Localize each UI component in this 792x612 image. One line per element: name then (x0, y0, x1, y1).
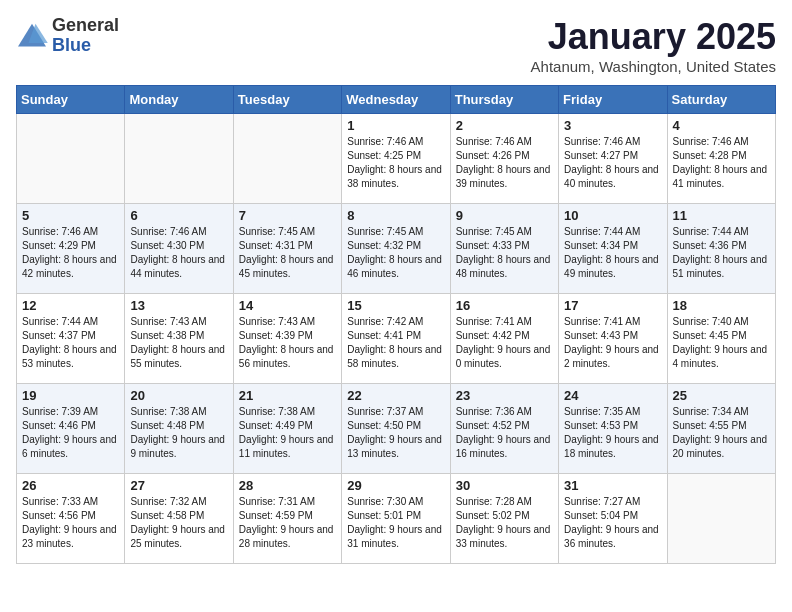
day-info: Sunrise: 7:36 AM Sunset: 4:52 PM Dayligh… (456, 405, 553, 461)
calendar-cell: 23Sunrise: 7:36 AM Sunset: 4:52 PM Dayli… (450, 384, 558, 474)
day-number: 21 (239, 388, 336, 403)
day-info: Sunrise: 7:46 AM Sunset: 4:25 PM Dayligh… (347, 135, 444, 191)
logo: General Blue (16, 16, 119, 56)
title-block: January 2025 Ahtanum, Washington, United… (531, 16, 776, 75)
day-info: Sunrise: 7:41 AM Sunset: 4:42 PM Dayligh… (456, 315, 553, 371)
day-info: Sunrise: 7:46 AM Sunset: 4:27 PM Dayligh… (564, 135, 661, 191)
calendar-cell: 30Sunrise: 7:28 AM Sunset: 5:02 PM Dayli… (450, 474, 558, 564)
day-info: Sunrise: 7:38 AM Sunset: 4:48 PM Dayligh… (130, 405, 227, 461)
day-info: Sunrise: 7:35 AM Sunset: 4:53 PM Dayligh… (564, 405, 661, 461)
day-number: 11 (673, 208, 770, 223)
calendar-cell: 14Sunrise: 7:43 AM Sunset: 4:39 PM Dayli… (233, 294, 341, 384)
calendar-cell: 11Sunrise: 7:44 AM Sunset: 4:36 PM Dayli… (667, 204, 775, 294)
calendar-cell (125, 114, 233, 204)
calendar-cell: 20Sunrise: 7:38 AM Sunset: 4:48 PM Dayli… (125, 384, 233, 474)
calendar-cell: 21Sunrise: 7:38 AM Sunset: 4:49 PM Dayli… (233, 384, 341, 474)
day-info: Sunrise: 7:41 AM Sunset: 4:43 PM Dayligh… (564, 315, 661, 371)
day-number: 5 (22, 208, 119, 223)
calendar-cell: 15Sunrise: 7:42 AM Sunset: 4:41 PM Dayli… (342, 294, 450, 384)
day-info: Sunrise: 7:37 AM Sunset: 4:50 PM Dayligh… (347, 405, 444, 461)
weekday-header-saturday: Saturday (667, 86, 775, 114)
calendar-cell: 8Sunrise: 7:45 AM Sunset: 4:32 PM Daylig… (342, 204, 450, 294)
day-number: 6 (130, 208, 227, 223)
logo-blue-text: Blue (52, 36, 119, 56)
calendar-cell: 31Sunrise: 7:27 AM Sunset: 5:04 PM Dayli… (559, 474, 667, 564)
calendar-cell: 29Sunrise: 7:30 AM Sunset: 5:01 PM Dayli… (342, 474, 450, 564)
day-number: 12 (22, 298, 119, 313)
calendar-cell: 28Sunrise: 7:31 AM Sunset: 4:59 PM Dayli… (233, 474, 341, 564)
day-info: Sunrise: 7:28 AM Sunset: 5:02 PM Dayligh… (456, 495, 553, 551)
calendar-cell (17, 114, 125, 204)
day-info: Sunrise: 7:45 AM Sunset: 4:32 PM Dayligh… (347, 225, 444, 281)
day-number: 15 (347, 298, 444, 313)
calendar-cell: 5Sunrise: 7:46 AM Sunset: 4:29 PM Daylig… (17, 204, 125, 294)
day-number: 17 (564, 298, 661, 313)
logo-icon (16, 22, 48, 50)
weekday-header-thursday: Thursday (450, 86, 558, 114)
calendar-table: SundayMondayTuesdayWednesdayThursdayFrid… (16, 85, 776, 564)
weekday-header-monday: Monday (125, 86, 233, 114)
logo-general: General (52, 16, 119, 36)
day-number: 13 (130, 298, 227, 313)
day-number: 19 (22, 388, 119, 403)
calendar-cell (233, 114, 341, 204)
day-info: Sunrise: 7:45 AM Sunset: 4:33 PM Dayligh… (456, 225, 553, 281)
calendar-cell: 1Sunrise: 7:46 AM Sunset: 4:25 PM Daylig… (342, 114, 450, 204)
day-number: 20 (130, 388, 227, 403)
day-info: Sunrise: 7:44 AM Sunset: 4:34 PM Dayligh… (564, 225, 661, 281)
calendar-cell: 13Sunrise: 7:43 AM Sunset: 4:38 PM Dayli… (125, 294, 233, 384)
calendar-week-row: 1Sunrise: 7:46 AM Sunset: 4:25 PM Daylig… (17, 114, 776, 204)
calendar-cell: 6Sunrise: 7:46 AM Sunset: 4:30 PM Daylig… (125, 204, 233, 294)
calendar-cell: 4Sunrise: 7:46 AM Sunset: 4:28 PM Daylig… (667, 114, 775, 204)
day-number: 3 (564, 118, 661, 133)
weekday-header-wednesday: Wednesday (342, 86, 450, 114)
day-info: Sunrise: 7:33 AM Sunset: 4:56 PM Dayligh… (22, 495, 119, 551)
day-info: Sunrise: 7:46 AM Sunset: 4:29 PM Dayligh… (22, 225, 119, 281)
calendar-cell: 19Sunrise: 7:39 AM Sunset: 4:46 PM Dayli… (17, 384, 125, 474)
day-info: Sunrise: 7:30 AM Sunset: 5:01 PM Dayligh… (347, 495, 444, 551)
day-number: 1 (347, 118, 444, 133)
day-number: 8 (347, 208, 444, 223)
day-number: 16 (456, 298, 553, 313)
calendar-week-row: 12Sunrise: 7:44 AM Sunset: 4:37 PM Dayli… (17, 294, 776, 384)
calendar-cell: 24Sunrise: 7:35 AM Sunset: 4:53 PM Dayli… (559, 384, 667, 474)
calendar-cell: 7Sunrise: 7:45 AM Sunset: 4:31 PM Daylig… (233, 204, 341, 294)
calendar-cell: 3Sunrise: 7:46 AM Sunset: 4:27 PM Daylig… (559, 114, 667, 204)
weekday-header-row: SundayMondayTuesdayWednesdayThursdayFrid… (17, 86, 776, 114)
day-info: Sunrise: 7:27 AM Sunset: 5:04 PM Dayligh… (564, 495, 661, 551)
day-info: Sunrise: 7:44 AM Sunset: 4:37 PM Dayligh… (22, 315, 119, 371)
calendar-cell: 17Sunrise: 7:41 AM Sunset: 4:43 PM Dayli… (559, 294, 667, 384)
day-info: Sunrise: 7:46 AM Sunset: 4:26 PM Dayligh… (456, 135, 553, 191)
weekday-header-tuesday: Tuesday (233, 86, 341, 114)
day-number: 26 (22, 478, 119, 493)
day-info: Sunrise: 7:31 AM Sunset: 4:59 PM Dayligh… (239, 495, 336, 551)
calendar-week-row: 5Sunrise: 7:46 AM Sunset: 4:29 PM Daylig… (17, 204, 776, 294)
day-info: Sunrise: 7:40 AM Sunset: 4:45 PM Dayligh… (673, 315, 770, 371)
calendar-cell: 22Sunrise: 7:37 AM Sunset: 4:50 PM Dayli… (342, 384, 450, 474)
calendar-cell: 9Sunrise: 7:45 AM Sunset: 4:33 PM Daylig… (450, 204, 558, 294)
calendar-week-row: 26Sunrise: 7:33 AM Sunset: 4:56 PM Dayli… (17, 474, 776, 564)
day-info: Sunrise: 7:38 AM Sunset: 4:49 PM Dayligh… (239, 405, 336, 461)
day-number: 10 (564, 208, 661, 223)
calendar-cell: 27Sunrise: 7:32 AM Sunset: 4:58 PM Dayli… (125, 474, 233, 564)
day-info: Sunrise: 7:39 AM Sunset: 4:46 PM Dayligh… (22, 405, 119, 461)
day-number: 9 (456, 208, 553, 223)
day-number: 24 (564, 388, 661, 403)
day-number: 30 (456, 478, 553, 493)
day-info: Sunrise: 7:44 AM Sunset: 4:36 PM Dayligh… (673, 225, 770, 281)
day-number: 25 (673, 388, 770, 403)
calendar-cell: 2Sunrise: 7:46 AM Sunset: 4:26 PM Daylig… (450, 114, 558, 204)
calendar-cell: 12Sunrise: 7:44 AM Sunset: 4:37 PM Dayli… (17, 294, 125, 384)
location-subtitle: Ahtanum, Washington, United States (531, 58, 776, 75)
day-info: Sunrise: 7:46 AM Sunset: 4:30 PM Dayligh… (130, 225, 227, 281)
calendar-cell: 16Sunrise: 7:41 AM Sunset: 4:42 PM Dayli… (450, 294, 558, 384)
calendar-week-row: 19Sunrise: 7:39 AM Sunset: 4:46 PM Dayli… (17, 384, 776, 474)
day-number: 18 (673, 298, 770, 313)
day-number: 7 (239, 208, 336, 223)
day-info: Sunrise: 7:34 AM Sunset: 4:55 PM Dayligh… (673, 405, 770, 461)
calendar-cell: 10Sunrise: 7:44 AM Sunset: 4:34 PM Dayli… (559, 204, 667, 294)
calendar-cell (667, 474, 775, 564)
day-number: 14 (239, 298, 336, 313)
day-info: Sunrise: 7:43 AM Sunset: 4:39 PM Dayligh… (239, 315, 336, 371)
weekday-header-friday: Friday (559, 86, 667, 114)
